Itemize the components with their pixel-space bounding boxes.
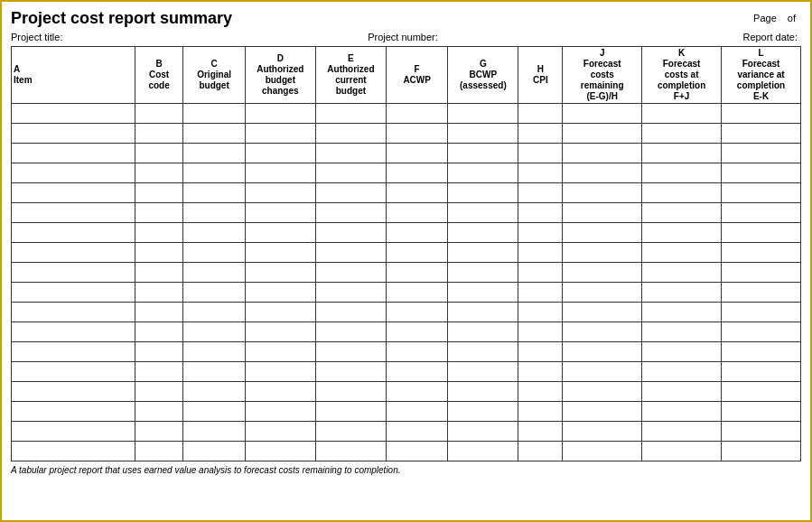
table-cell[interactable]	[135, 203, 183, 223]
table-cell[interactable]	[448, 382, 518, 402]
table-cell[interactable]	[245, 183, 315, 203]
table-cell[interactable]	[135, 322, 183, 342]
table-cell[interactable]	[642, 263, 722, 283]
table-cell[interactable]	[245, 104, 315, 124]
table-cell[interactable]	[518, 203, 563, 223]
table-cell[interactable]	[563, 322, 642, 342]
table-cell[interactable]	[12, 283, 135, 303]
table-cell[interactable]	[183, 322, 245, 342]
table-cell[interactable]	[183, 144, 245, 163]
table-cell[interactable]	[315, 382, 386, 402]
table-cell[interactable]	[448, 422, 518, 442]
table-cell[interactable]	[448, 183, 518, 203]
table-cell[interactable]	[12, 163, 135, 183]
table-cell[interactable]	[722, 442, 801, 461]
table-cell[interactable]	[563, 402, 642, 422]
table-cell[interactable]	[448, 322, 518, 342]
table-cell[interactable]	[183, 124, 245, 144]
table-cell[interactable]	[12, 203, 135, 223]
table-cell[interactable]	[386, 322, 447, 342]
table-cell[interactable]	[642, 303, 722, 322]
table-cell[interactable]	[563, 243, 642, 263]
table-cell[interactable]	[722, 183, 801, 203]
table-cell[interactable]	[183, 223, 245, 243]
table-cell[interactable]	[12, 362, 135, 382]
table-cell[interactable]	[135, 342, 183, 362]
table-cell[interactable]	[448, 283, 518, 303]
table-cell[interactable]	[315, 263, 386, 283]
table-cell[interactable]	[315, 422, 386, 442]
table-cell[interactable]	[183, 263, 245, 283]
table-cell[interactable]	[183, 402, 245, 422]
table-cell[interactable]	[315, 283, 386, 303]
table-cell[interactable]	[722, 362, 801, 382]
table-cell[interactable]	[135, 382, 183, 402]
table-cell[interactable]	[386, 124, 447, 144]
table-cell[interactable]	[448, 342, 518, 362]
table-cell[interactable]	[386, 144, 447, 163]
table-cell[interactable]	[386, 243, 447, 263]
table-cell[interactable]	[183, 203, 245, 223]
table-cell[interactable]	[722, 303, 801, 322]
table-cell[interactable]	[448, 362, 518, 382]
table-cell[interactable]	[135, 402, 183, 422]
table-cell[interactable]	[135, 422, 183, 442]
table-cell[interactable]	[12, 124, 135, 144]
table-cell[interactable]	[642, 442, 722, 461]
table-cell[interactable]	[386, 422, 447, 442]
table-cell[interactable]	[245, 144, 315, 163]
table-cell[interactable]	[386, 223, 447, 243]
table-cell[interactable]	[448, 203, 518, 223]
table-cell[interactable]	[448, 263, 518, 283]
table-cell[interactable]	[563, 362, 642, 382]
table-cell[interactable]	[135, 163, 183, 183]
table-cell[interactable]	[183, 422, 245, 442]
table-cell[interactable]	[518, 422, 563, 442]
table-cell[interactable]	[386, 342, 447, 362]
table-cell[interactable]	[563, 342, 642, 362]
table-cell[interactable]	[12, 342, 135, 362]
table-cell[interactable]	[12, 243, 135, 263]
table-cell[interactable]	[563, 144, 642, 163]
table-cell[interactable]	[722, 283, 801, 303]
table-cell[interactable]	[135, 243, 183, 263]
table-cell[interactable]	[12, 144, 135, 163]
table-cell[interactable]	[386, 183, 447, 203]
table-cell[interactable]	[245, 163, 315, 183]
table-cell[interactable]	[722, 402, 801, 422]
table-cell[interactable]	[642, 243, 722, 263]
table-cell[interactable]	[315, 144, 386, 163]
table-cell[interactable]	[448, 303, 518, 322]
table-cell[interactable]	[12, 382, 135, 402]
table-cell[interactable]	[642, 163, 722, 183]
table-cell[interactable]	[642, 203, 722, 223]
table-cell[interactable]	[518, 362, 563, 382]
table-cell[interactable]	[448, 442, 518, 461]
table-cell[interactable]	[183, 163, 245, 183]
table-cell[interactable]	[563, 422, 642, 442]
table-cell[interactable]	[12, 104, 135, 124]
table-cell[interactable]	[563, 283, 642, 303]
table-cell[interactable]	[12, 322, 135, 342]
table-cell[interactable]	[563, 104, 642, 124]
table-cell[interactable]	[386, 263, 447, 283]
table-cell[interactable]	[448, 144, 518, 163]
table-cell[interactable]	[563, 223, 642, 243]
table-cell[interactable]	[386, 163, 447, 183]
table-cell[interactable]	[518, 263, 563, 283]
table-cell[interactable]	[12, 183, 135, 203]
table-cell[interactable]	[386, 362, 447, 382]
table-cell[interactable]	[518, 322, 563, 342]
table-cell[interactable]	[518, 183, 563, 203]
table-cell[interactable]	[315, 223, 386, 243]
table-cell[interactable]	[563, 183, 642, 203]
table-cell[interactable]	[518, 144, 563, 163]
table-cell[interactable]	[315, 303, 386, 322]
table-cell[interactable]	[315, 203, 386, 223]
table-cell[interactable]	[518, 223, 563, 243]
table-cell[interactable]	[448, 163, 518, 183]
table-cell[interactable]	[642, 144, 722, 163]
table-cell[interactable]	[183, 104, 245, 124]
table-cell[interactable]	[183, 183, 245, 203]
table-cell[interactable]	[518, 303, 563, 322]
